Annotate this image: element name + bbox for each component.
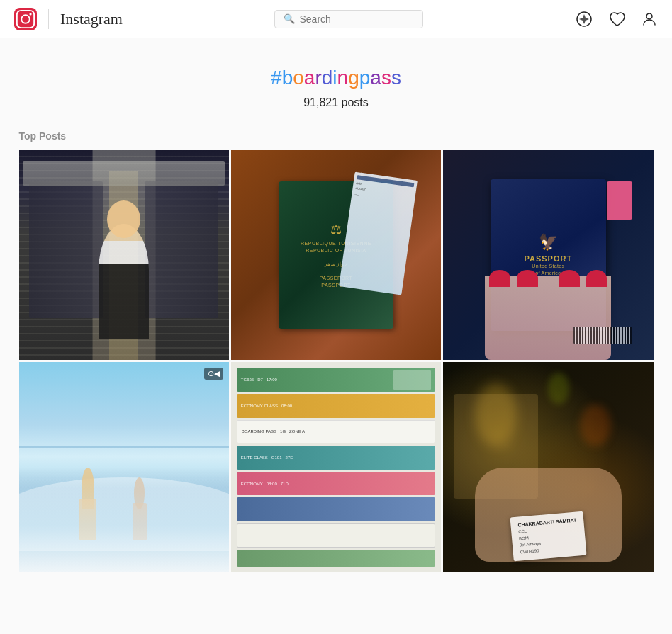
photo-cell-3[interactable]: 🦅 PASSPORT United Statesof America bbox=[443, 150, 653, 360]
instagram-logo-icon bbox=[14, 8, 37, 30]
search-input[interactable] bbox=[299, 13, 414, 25]
instagram-wordmark: Instagram bbox=[60, 10, 123, 28]
photo-cell-1[interactable] bbox=[19, 150, 229, 360]
photo-grid: ⚖ REPUBLIQUE TUNISIENNEREPUBLIC OF TUNIS… bbox=[19, 150, 654, 572]
notifications-icon[interactable] bbox=[608, 11, 625, 28]
svg-point-6 bbox=[646, 13, 652, 19]
header-right bbox=[576, 11, 658, 28]
photo-cell-4[interactable]: ⊙◀ bbox=[19, 362, 229, 572]
search-bar-container[interactable]: 🔍 bbox=[274, 10, 423, 28]
main-content: #boardingpass 91,821 posts Top Posts bbox=[5, 38, 668, 587]
photo-cell-2[interactable]: ⚖ REPUBLIQUE TUNISIENNEREPUBLIC OF TUNIS… bbox=[231, 150, 441, 360]
explore-icon[interactable] bbox=[576, 11, 593, 28]
profile-icon[interactable] bbox=[641, 11, 658, 28]
ticket-stub: CHAKRABARTI SAMRAT CCU BOM Jet Airways C… bbox=[510, 511, 586, 561]
photo-cell-6[interactable]: CHAKRABARTI SAMRAT CCU BOM Jet Airways C… bbox=[443, 362, 653, 572]
header-left: Instagram bbox=[14, 8, 123, 30]
photo-cell-5[interactable]: TG636 D7 17:00 ECONOMY CLASS 08:00 BOARD… bbox=[231, 362, 441, 572]
hashtag-symbol: # bbox=[271, 67, 282, 89]
camera-mode-badge: ⊙◀ bbox=[204, 368, 223, 380]
svg-point-3 bbox=[29, 13, 31, 15]
logo-divider bbox=[48, 9, 49, 29]
header: Instagram 🔍 bbox=[0, 0, 672, 38]
post-count: 91,821 posts bbox=[19, 96, 654, 109]
svg-marker-5 bbox=[579, 14, 589, 24]
hashtag-title: #boardingpass bbox=[19, 67, 654, 89]
top-posts-label: Top Posts bbox=[19, 130, 654, 142]
search-icon: 🔍 bbox=[284, 13, 295, 24]
hashtag-hero: #boardingpass 91,821 posts bbox=[19, 67, 654, 109]
